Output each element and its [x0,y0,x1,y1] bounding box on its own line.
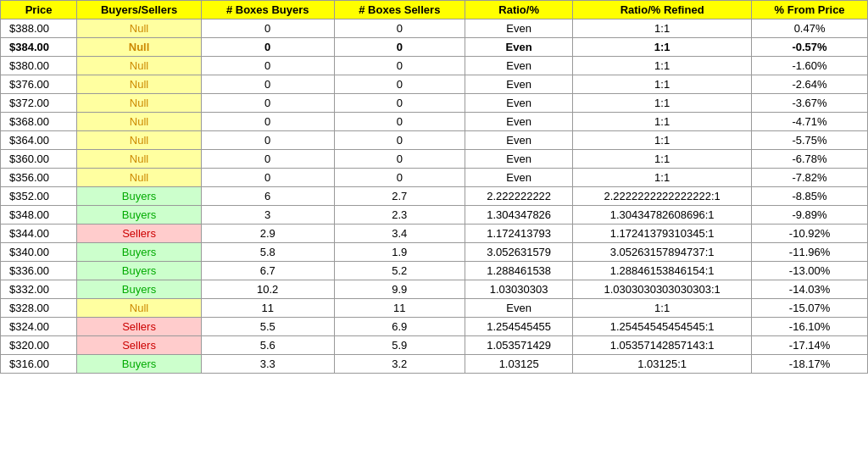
cell-buyers-sellers: Sellers [77,224,202,243]
cell-boxes-sellers: 0 [334,75,465,94]
cell-price: $340.00 [1,243,77,262]
cell-ratio-refined: 1.25454545454545:1 [573,318,752,336]
cell-ratio: Even [465,131,573,150]
cell-price: $372.00 [1,94,77,113]
cell-ratio: Even [465,38,573,57]
table-row: $328.00Null1111Even1:1-15.07% [1,299,868,318]
cell-buyers-sellers: Null [77,57,202,75]
cell-ratio-refined: 1:1 [573,94,752,113]
cell-ratio-refined: 1:1 [573,131,752,150]
cell-boxes-buyers: 0 [201,38,334,57]
table-row: $316.00Buyers3.33.21.031251.03125:1-18.1… [1,355,868,374]
cell-buyers-sellers: Null [77,299,202,318]
col-from-price: % From Price [752,1,868,19]
cell-ratio: Even [465,75,573,94]
cell-ratio-refined: 1:1 [573,113,752,131]
cell-ratio: Even [465,169,573,187]
table-row: $380.00Null00Even1:1-1.60% [1,57,868,75]
cell-buyers-sellers: Sellers [77,336,202,355]
cell-ratio-refined: 1.05357142857143:1 [573,336,752,355]
cell-price: $368.00 [1,113,77,131]
cell-buyers-sellers: Buyers [77,355,202,374]
cell-ratio: 1.172413793 [465,224,573,243]
col-boxes-buyers: # Boxes Buyers [201,1,334,19]
cell-buyers-sellers: Buyers [77,262,202,280]
table-row: $340.00Buyers5.81.93.0526315793.05263157… [1,243,868,262]
cell-buyers-sellers: Buyers [77,206,202,224]
cell-boxes-sellers: 11 [334,299,465,318]
cell-price: $348.00 [1,206,77,224]
cell-boxes-sellers: 3.2 [334,355,465,374]
cell-price: $380.00 [1,57,77,75]
col-price: Price [1,1,77,19]
cell-ratio: 1.304347826 [465,206,573,224]
table-row: $352.00Buyers62.72.2222222222.2222222222… [1,187,868,206]
cell-price: $364.00 [1,131,77,150]
cell-price: $384.00 [1,38,77,57]
cell-buyers-sellers: Null [77,19,202,38]
cell-boxes-sellers: 9.9 [334,280,465,299]
cell-price: $352.00 [1,187,77,206]
cell-boxes-sellers: 0 [334,150,465,169]
cell-ratio-refined: 1.03125:1 [573,355,752,374]
cell-from-price: -8.85% [752,187,868,206]
cell-ratio-refined: 1.17241379310345:1 [573,224,752,243]
cell-ratio: Even [465,150,573,169]
cell-ratio-refined: 3.05263157894737:1 [573,243,752,262]
cell-boxes-buyers: 5.5 [201,318,334,336]
cell-ratio-refined: 2.2222222222222222:1 [573,187,752,206]
col-ratio: Ratio/% [465,1,573,19]
cell-ratio: Even [465,57,573,75]
cell-from-price: -11.96% [752,243,868,262]
cell-ratio: 1.03030303 [465,280,573,299]
cell-boxes-buyers: 0 [201,113,334,131]
main-table: Price Buyers/Sellers # Boxes Buyers # Bo… [0,0,868,374]
cell-ratio: 2.222222222 [465,187,573,206]
table-row: $364.00Null00Even1:1-5.75% [1,131,868,150]
cell-price: $320.00 [1,336,77,355]
cell-boxes-buyers: 0 [201,94,334,113]
cell-ratio: Even [465,19,573,38]
table-row: $372.00Null00Even1:1-3.67% [1,94,868,113]
table-row: $324.00Sellers5.56.91.2545454551.2545454… [1,318,868,336]
cell-boxes-buyers: 3.3 [201,355,334,374]
cell-boxes-buyers: 5.6 [201,336,334,355]
cell-ratio-refined: 1:1 [573,57,752,75]
cell-from-price: -5.75% [752,131,868,150]
cell-price: $332.00 [1,280,77,299]
cell-from-price: 0.47% [752,19,868,38]
cell-buyers-sellers: Null [77,169,202,187]
cell-ratio: 1.03125 [465,355,573,374]
cell-price: $388.00 [1,19,77,38]
cell-buyers-sellers: Null [77,131,202,150]
cell-from-price: -6.78% [752,150,868,169]
cell-ratio: Even [465,113,573,131]
cell-boxes-buyers: 5.8 [201,243,334,262]
col-buyers-sellers: Buyers/Sellers [77,1,202,19]
cell-buyers-sellers: Null [77,94,202,113]
cell-buyers-sellers: Sellers [77,318,202,336]
cell-ratio: Even [465,94,573,113]
cell-ratio-refined: 1:1 [573,169,752,187]
table-row: $344.00Sellers2.93.41.1724137931.1724137… [1,224,868,243]
table-row: $332.00Buyers10.29.91.030303031.03030303… [1,280,868,299]
cell-buyers-sellers: Null [77,38,202,57]
cell-from-price: -16.10% [752,318,868,336]
cell-price: $376.00 [1,75,77,94]
cell-boxes-sellers: 5.9 [334,336,465,355]
cell-boxes-sellers: 0 [334,94,465,113]
table-row: $384.00Null00Even1:1-0.57% [1,38,868,57]
cell-ratio-refined: 1:1 [573,299,752,318]
table-row: $348.00Buyers32.31.3043478261.3043478260… [1,206,868,224]
cell-from-price: -15.07% [752,299,868,318]
table-row: $360.00Null00Even1:1-6.78% [1,150,868,169]
cell-boxes-buyers: 0 [201,75,334,94]
cell-ratio-refined: 1:1 [573,150,752,169]
cell-from-price: -7.82% [752,169,868,187]
cell-boxes-buyers: 10.2 [201,280,334,299]
cell-boxes-buyers: 0 [201,131,334,150]
cell-boxes-buyers: 0 [201,150,334,169]
cell-ratio-refined: 1:1 [573,38,752,57]
cell-boxes-buyers: 0 [201,169,334,187]
table-row: $376.00Null00Even1:1-2.64% [1,75,868,94]
